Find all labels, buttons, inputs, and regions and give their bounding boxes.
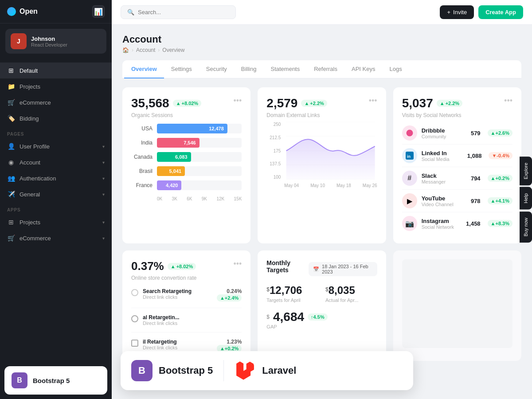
page-title: Account xyxy=(122,34,521,45)
youtube-logo: ▶ xyxy=(402,193,417,208)
bootstrap-logo: B xyxy=(12,372,27,388)
social-item-instagram: 📷 Instagram Social Network 1,458 ▲+8.3% xyxy=(402,212,512,235)
sidebar-header: Open 📊 xyxy=(0,0,112,23)
sidebar-item-ecommerce[interactable]: 🛒 eCommerce xyxy=(0,94,112,110)
sidebar-item-user-profile[interactable]: 👤 User Profile ▾ xyxy=(0,138,112,154)
explore-button[interactable]: Explore xyxy=(520,156,532,185)
more-icon[interactable]: ••• xyxy=(233,96,242,106)
social-item-slack: # Slack Messanger 794 ▲+0.2% xyxy=(402,167,512,190)
badge-links: ▲+2.2% xyxy=(301,100,327,107)
bar-item-india: India 7,546 xyxy=(131,138,242,148)
stat-label-social: Visits by Social Networks xyxy=(402,112,462,118)
bootstrap-promo[interactable]: B Bootstrap 5 xyxy=(4,366,107,395)
stat-label-links: Domain External Links xyxy=(266,112,327,118)
promo-divider xyxy=(223,360,224,381)
sidebar-item-authentication[interactable]: 👥 Authentication ▾ xyxy=(0,170,112,186)
sidebar-item-projects[interactable]: 📁 Projects xyxy=(0,78,112,94)
sidebar-item-account[interactable]: ◉ Account ▾ xyxy=(0,154,112,170)
social-item-linkedin: in Linked In Social Media 1,088 ▼-0.4% xyxy=(402,145,512,167)
stats-row: 35,568 ▲+8.02% Organic Sessions ••• USA … xyxy=(122,87,521,243)
app-logo[interactable]: Open xyxy=(7,7,38,16)
sidebar-item-label: Bidding xyxy=(20,115,39,122)
badge-sessions: ▲+8.02% xyxy=(173,100,202,107)
home-icon[interactable]: 🏠 xyxy=(122,47,129,53)
svg-point-5 xyxy=(406,130,413,137)
create-app-button[interactable]: Create App xyxy=(478,5,523,19)
more-icon[interactable]: ••• xyxy=(504,96,512,106)
bar-item-usa: USA 12,478 xyxy=(131,124,242,133)
stat-value-sessions: 35,568 ▲+8.02% xyxy=(131,96,201,110)
y-axis: 250 212.5 175 137.5 100 xyxy=(266,122,281,180)
retarget-item-search: Search Retargeting Direct link clicks 0.… xyxy=(131,288,242,308)
buy-now-button[interactable]: Buy now xyxy=(520,211,532,243)
breadcrumb: 🏠 › Account › Overview xyxy=(122,47,521,53)
monthly-item-actual: $8,035 Actual for Apr... xyxy=(325,284,377,303)
retarget-item-social: al Retargetin... Direct link clicks xyxy=(131,314,242,332)
tab-referrals[interactable]: Referrals xyxy=(307,60,344,78)
page-header: Account 🏠 › Account › Overview xyxy=(122,34,521,53)
line-chart-container: 250 212.5 175 137.5 100 xyxy=(266,122,377,188)
bootstrap-label: Bootstrap 5 xyxy=(33,377,70,384)
tab-settings[interactable]: Settings xyxy=(164,60,199,78)
tab-logs[interactable]: Logs xyxy=(382,60,409,78)
monthly-item-gap: $ 4,684 ↑4.5% GAP xyxy=(266,310,377,329)
ecommerce-icon: 🛒 xyxy=(7,98,15,106)
search-icon: 🔍 xyxy=(127,9,134,16)
chart-icon: 📊 xyxy=(94,8,103,16)
social-list: Dribbble Community 579 ▲+2.6% in Linked … xyxy=(402,122,512,235)
bootstrap-promo-label: Bootstrap 5 xyxy=(159,365,213,376)
slack-logo: # xyxy=(402,171,417,186)
content-area: Account 🏠 › Account › Overview Overview … xyxy=(112,25,532,399)
search-input[interactable] xyxy=(138,9,229,16)
sidebar-item-bidding[interactable]: 🏷️ Bidding xyxy=(0,110,112,126)
chart-icon-button[interactable]: 📊 xyxy=(92,5,105,18)
sidebar-item-label: eCommerce xyxy=(20,99,51,106)
sidebar-item-default[interactable]: ⊞ Default xyxy=(0,63,112,78)
bottom-row: 0.37% ▲+8.02% Online store convertion ra… xyxy=(122,250,521,361)
topbar: 🔍 + Invite Create App xyxy=(112,0,532,25)
bar-chart: USA 12,478 India 7,546 Canada xyxy=(131,124,242,201)
social-item-youtube: ▶ YouTube Video Channel 978 ▲+4.1% xyxy=(402,190,512,212)
help-button[interactable]: Help xyxy=(520,187,532,210)
tab-overview[interactable]: Overview xyxy=(124,60,164,78)
sidebar: Open 📊 J Johnson React Developer ⊞ Defau… xyxy=(0,0,112,399)
avatar: J xyxy=(11,33,27,49)
chevron-down-icon: ▾ xyxy=(102,220,105,225)
tab-billing[interactable]: Billing xyxy=(234,60,264,78)
monthly-targets-title: Monthly Targets xyxy=(266,259,309,274)
tab-statements[interactable]: Statements xyxy=(263,60,307,78)
third-bottom-card xyxy=(393,250,521,361)
sidebar-item-general[interactable]: ✈️ General ▾ xyxy=(0,186,112,202)
retarget-dot xyxy=(131,289,138,296)
stat-card-links: 2,579 ▲+2.2% Domain External Links ••• 2… xyxy=(258,87,386,243)
chevron-down-icon: ▾ xyxy=(102,144,105,149)
breadcrumb-overview: Overview xyxy=(162,47,184,53)
stat-card-social: 5,037 ▲+2.2% Visits by Social Networks •… xyxy=(393,87,521,243)
conversion-label: Online store convertion rate xyxy=(131,275,196,281)
sidebar-item-projects-app[interactable]: ⊞ Projects ▾ xyxy=(0,214,112,230)
projects-app-icon: ⊞ xyxy=(7,218,15,226)
breadcrumb-account[interactable]: Account xyxy=(136,47,155,53)
tab-api-keys[interactable]: API Keys xyxy=(344,60,382,78)
tabs-container: Overview Settings Security Billing State… xyxy=(122,60,521,78)
user-role: React Developer xyxy=(31,42,67,47)
dribbble-logo xyxy=(402,125,417,141)
sidebar-item-ecommerce-app[interactable]: 🛒 eCommerce ▾ xyxy=(0,230,112,246)
bar-item-france: France 4,420 xyxy=(131,180,242,190)
plus-icon: + xyxy=(447,9,450,16)
general-icon: ✈️ xyxy=(7,190,15,198)
laravel-promo-logo xyxy=(235,360,256,381)
invite-button[interactable]: + Invite xyxy=(440,5,474,19)
auth-icon: 👥 xyxy=(7,174,15,182)
conversion-rate: 0.37% ▲+8.02% xyxy=(131,259,196,273)
more-icon[interactable]: ••• xyxy=(233,259,242,269)
social-item-dribbble: Dribbble Community 579 ▲+2.6% xyxy=(402,122,512,145)
stat-label-sessions: Organic Sessions xyxy=(131,112,201,118)
conversion-card: 0.37% ▲+8.02% Online store convertion ra… xyxy=(122,250,250,361)
more-icon[interactable]: ••• xyxy=(369,96,377,106)
account-icon: ◉ xyxy=(7,158,15,166)
tab-security[interactable]: Security xyxy=(199,60,234,78)
user-card[interactable]: J Johnson React Developer xyxy=(5,29,106,54)
instagram-logo: 📷 xyxy=(402,216,417,231)
bar-item-brasil: Brasil 5,041 xyxy=(131,166,242,176)
